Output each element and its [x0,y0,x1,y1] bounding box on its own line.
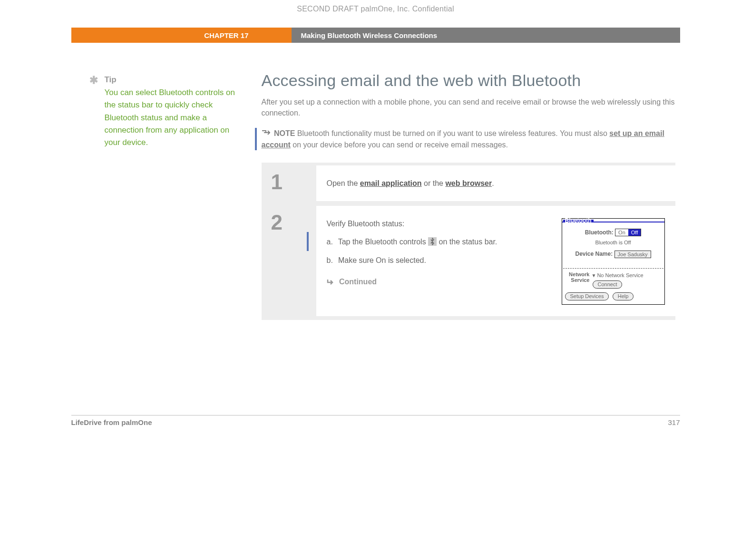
note-label: NOTE [274,129,295,137]
page-number: 317 [668,418,680,426]
link-email-application[interactable]: email application [360,179,422,187]
step1-text-after: . [492,179,494,187]
tip-label: Tip [105,75,247,85]
chapter-topbar: CHAPTER 17 Making Bluetooth Wireless Con… [71,28,680,43]
step2-intro: Verify Bluetooth status: [327,218,552,230]
note-text-before: Bluetooth functionality must be turned o… [297,129,609,137]
draft-confidential-header: SECOND DRAFT palmOne, Inc. Confidential [71,0,680,28]
device-screenshot: Bluetooth Bluetooth: On Off [562,218,665,305]
product-name: LifeDrive from palmOne [71,418,152,426]
bt-status-text: Bluetooth is Off [565,239,662,247]
change-bar-icon [307,232,309,251]
help-button[interactable]: Help [613,292,634,300]
network-label-line2: Service [571,277,589,283]
substep-a-text: Tap the Bluetooth controls [338,238,428,246]
tip-text: You can select Bluetooth controls on the… [105,87,247,149]
step-body: Open the email application or the web br… [316,165,675,201]
substep-a: a. Tap the Bluetooth controls on the sta… [327,236,552,248]
step-number: 1 [262,165,316,201]
chapter-title: Making Bluetooth Wireless Connections [292,28,680,43]
device-name-label: Device Name: [575,250,613,259]
bt-toggle-on[interactable]: On [615,229,628,236]
bt-toggle[interactable]: On Off [615,229,641,236]
device-name-field[interactable]: Joe Sadusky [614,251,651,258]
network-service-value: No Network Service [597,272,643,278]
bt-toggle-off[interactable]: Off [628,229,641,236]
continued-arrow-icon [327,277,335,284]
continued-marker: Continued [327,276,552,288]
steps-container: 1 Open the email application or the web … [262,163,675,320]
main-content: Accessing email and the web with Bluetoo… [262,71,680,320]
page-heading: Accessing email and the web with Bluetoo… [262,71,675,90]
device-title: Bluetooth [563,220,594,222]
substep-letter-b: b. [327,255,336,267]
network-service-label: Network Service [563,271,590,283]
step-2: 2 Verify Bluetooth status: a. Tap the Bl… [262,201,675,320]
substep-b: b. Make sure On is selected. [327,255,552,267]
bluetooth-icon [428,237,437,246]
divider [563,268,663,269]
step1-text-mid: or the [422,179,446,187]
chapter-label: CHAPTER 17 [71,28,292,43]
tip-asterisk-icon: ✱ [89,74,98,87]
dropdown-arrow-icon: ▼ [592,273,596,278]
step-number: 2 [262,206,316,316]
continued-label: Continued [339,278,377,286]
network-label-line1: Network [569,271,589,277]
note-text-after: on your device before you can send or re… [291,141,508,149]
link-web-browser[interactable]: web browser [445,179,492,187]
note-arrow-icon [262,129,270,135]
substep-letter-a: a. [327,236,336,248]
network-service-dropdown[interactable]: ▼No Network Service [592,271,663,280]
step-1: 1 Open the email application or the web … [262,163,675,201]
tip-block: ✱ Tip You can select Bluetooth controls … [86,75,247,149]
step-body: Verify Bluetooth status: a. Tap the Blue… [316,206,675,316]
setup-devices-button[interactable]: Setup Devices [565,292,609,300]
connect-button[interactable]: Connect [593,280,623,289]
page-footer: LifeDrive from palmOne 317 [71,415,680,426]
substep-b-text: Make sure On is selected. [338,256,426,264]
intro-paragraph: After you set up a connection with a mob… [262,97,675,118]
bt-toggle-label: Bluetooth: [585,228,614,237]
substep-a-tail: on the status bar. [439,238,497,246]
note-block: NOTE Bluetooth functionality must be tur… [255,128,675,150]
sidebar: ✱ Tip You can select Bluetooth controls … [86,71,262,320]
step1-text-before: Open the [327,179,360,187]
